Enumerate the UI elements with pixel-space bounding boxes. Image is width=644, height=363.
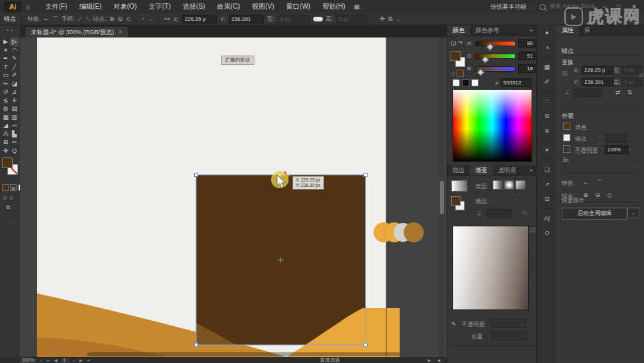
gradient-opacity-dd[interactable]: ⌄: [491, 319, 526, 328]
channel-r-value[interactable]: 80: [518, 39, 536, 48]
asset-export-icon[interactable]: ↗: [540, 179, 554, 190]
color-spectrum[interactable]: [453, 89, 532, 162]
width-tool[interactable]: ≶: [1, 96, 10, 105]
slice-tool[interactable]: ✂: [10, 138, 19, 147]
transform-panel-icon[interactable]: ✛: [380, 16, 385, 22]
type-tool[interactable]: T: [1, 63, 10, 72]
color-panel-menu-icon[interactable]: ≡: [530, 27, 536, 33]
canvas[interactable]: 扩展的形状 X: 226.25 px Y: 236.39 px: [20, 38, 447, 357]
prop-convert-smooth-icon[interactable]: ⌒: [596, 179, 602, 186]
zoom-dd-icon[interactable]: ⌄: [37, 358, 45, 362]
status-arrow-left[interactable]: ◀: [435, 358, 442, 362]
v-scrollbar-thumb[interactable]: [440, 181, 444, 214]
menu-type[interactable]: 文字(T): [143, 2, 177, 11]
gradient-location-dd[interactable]: ⌄: [491, 331, 526, 340]
add-anchor-icon[interactable]: ⊕: [109, 16, 114, 22]
hide-handles-icon[interactable]: ⟍: [86, 16, 90, 22]
artboard-tool[interactable]: ⊞: [1, 138, 10, 147]
x-input[interactable]: 226.25 p: [182, 15, 217, 23]
gradient-button[interactable]: ▤: [10, 184, 17, 191]
h-input[interactable]: 0 px: [336, 15, 368, 23]
gradient-tool[interactable]: ▥: [10, 113, 19, 122]
shape-builder-tool[interactable]: ◍: [1, 104, 10, 113]
gradient-panel-menu-icon[interactable]: ≡: [530, 167, 536, 173]
eraser-tool[interactable]: ◪: [10, 80, 19, 88]
gradient-dd-icon[interactable]: ⌄: [467, 184, 471, 188]
blend-tool[interactable]: ∾: [10, 121, 19, 130]
gamut-warning-icon[interactable]: ⊘: [451, 71, 456, 77]
stroke-weight-input[interactable]: [606, 134, 627, 143]
black-swatch[interactable]: [462, 79, 469, 86]
h-scrollbar-thumb[interactable]: [87, 352, 400, 356]
arrange-documents-icon[interactable]: ▦: [354, 4, 360, 10]
fill-swatch[interactable]: [2, 157, 13, 168]
global-edit-button[interactable]: 启动全局编辑: [562, 208, 627, 220]
appearance-fill-swatch[interactable]: [563, 123, 570, 130]
line-segment-tool[interactable]: ╱: [10, 63, 19, 72]
prop-remove-anchor-icon[interactable]: ⊖: [595, 192, 600, 198]
flip-horizontal-icon[interactable]: ⇄: [615, 90, 621, 96]
mesh-tool[interactable]: ▦: [1, 113, 10, 122]
hex-input[interactable]: 503312: [501, 78, 532, 87]
panel-fill-swatch[interactable]: [451, 51, 461, 61]
free-transform-tool[interactable]: ✛: [10, 96, 19, 105]
artboards-icon[interactable]: ⊡: [540, 194, 554, 204]
stroke-within-icon[interactable]: ⌐: [493, 197, 496, 203]
channel-b-slider[interactable]: [475, 66, 515, 72]
global-edit-dd-icon[interactable]: ⌄: [627, 208, 639, 218]
gradient-preview-swatch[interactable]: [451, 180, 467, 192]
rotate-tool[interactable]: ↺: [1, 88, 10, 96]
color-button[interactable]: [2, 184, 9, 191]
arrange-dd-icon[interactable]: ⌄: [359, 4, 365, 10]
paintbrush-tool[interactable]: ✐: [10, 71, 19, 80]
eyedropper-tool[interactable]: ◢: [1, 121, 10, 130]
scale-tool[interactable]: ⊿: [10, 88, 19, 96]
reference-point-icon[interactable]: ⊶: [164, 16, 170, 22]
character-icon[interactable]: A|: [540, 213, 554, 224]
anchor-top-left[interactable]: [195, 173, 198, 177]
graphic-styles-icon[interactable]: ⧈: [540, 125, 554, 136]
anchor-bottom-right[interactable]: [364, 344, 368, 347]
white-swatch[interactable]: [471, 79, 479, 86]
perspective-grid-tool[interactable]: ▤: [10, 104, 19, 113]
flip-vertical-icon[interactable]: ⇅: [627, 90, 633, 96]
show-handles-icon[interactable]: ⟋: [78, 16, 82, 22]
lasso-tool[interactable]: ◠: [10, 46, 19, 55]
search-icon[interactable]: [540, 4, 546, 10]
constrain-proportions-icon[interactable]: [313, 17, 323, 21]
appearance-stroke-swatch[interactable]: [563, 134, 570, 141]
rotate-angle-input[interactable]: [574, 88, 602, 97]
menu-help[interactable]: 帮助(H): [317, 2, 351, 11]
edit-gradient-icon[interactable]: ✎: [451, 321, 457, 328]
curvature-tool[interactable]: ✎: [10, 54, 19, 63]
channel-r-slider[interactable]: [475, 41, 515, 46]
opacity-swatch-icon[interactable]: [563, 145, 570, 153]
first-artboard-icon[interactable]: ⇤: [45, 358, 52, 362]
swatches-icon[interactable]: ▦: [540, 62, 554, 72]
opacity-input[interactable]: 100%: [605, 145, 629, 154]
freeform-gradient-button[interactable]: [515, 180, 526, 190]
shaper-tool[interactable]: ✏: [1, 80, 10, 88]
stroke-along-icon[interactable]: ⌐: [503, 197, 507, 203]
menu-effect[interactable]: 效果(C): [211, 2, 246, 11]
style-dd-icon[interactable]: ⌄: [396, 16, 401, 22]
isolate-icon[interactable]: ▫: [142, 16, 144, 22]
delete-stop-icon[interactable]: ⌧: [529, 228, 536, 234]
workspace-switcher[interactable]: 传统基本功能: [491, 3, 527, 11]
prop-h-input[interactable]: 0 px: [622, 78, 642, 86]
remove-anchor-icon[interactable]: ⊖: [118, 16, 123, 22]
layers-icon[interactable]: ❏: [540, 164, 554, 175]
style-panel-icon[interactable]: ⧉: [388, 16, 392, 22]
symbol-sprayer-tool[interactable]: ⁂: [1, 130, 10, 139]
direct-selection-tool[interactable]: ▷: [10, 38, 19, 46]
menu-object[interactable]: 对象(O): [108, 2, 143, 11]
isolate-dd-icon[interactable]: ⌄: [148, 16, 153, 22]
gradient-fill-proxy[interactable]: [451, 196, 461, 206]
menu-view[interactable]: 视图(V): [246, 2, 280, 11]
prop-x-input[interactable]: 226.25 p: [582, 66, 614, 74]
swap-colors-icon[interactable]: ↷: [458, 40, 463, 46]
selection-tool[interactable]: ▶: [1, 38, 10, 46]
screen-mode-icon[interactable]: ⧉: [5, 205, 11, 210]
last-color-swatch[interactable]: [457, 70, 464, 77]
document-tab[interactable]: 未标题-2* @ 300% (RGB/预览) ✕: [25, 27, 128, 38]
